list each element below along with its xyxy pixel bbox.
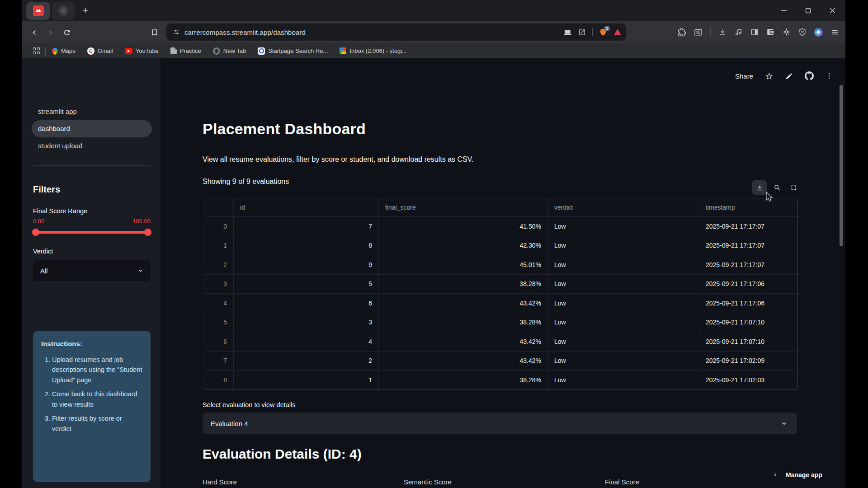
table-cell[interactable]: 1 [233, 371, 378, 389]
table-cell[interactable]: 2 [233, 352, 378, 371]
share-page-icon[interactable] [578, 28, 586, 36]
reload-button[interactable] [60, 25, 74, 40]
music-icon[interactable] [735, 28, 743, 36]
table-cell[interactable]: 0 [204, 217, 233, 236]
table-cell[interactable]: 45.01% [378, 255, 547, 274]
back-button[interactable] [27, 25, 42, 40]
downloads-icon[interactable] [718, 28, 727, 37]
table-cell[interactable]: 43.42% [378, 294, 547, 313]
sidebar-item-streamlit-app[interactable]: streamlit app [32, 103, 152, 120]
table-cell[interactable]: 7 [204, 352, 233, 371]
table-cell[interactable]: 2025-09-21 17:17:06 [699, 294, 797, 313]
bookmark-practice[interactable]: Practice [170, 47, 201, 54]
edit-pencil-icon[interactable] [785, 72, 793, 80]
table-cell[interactable]: 5 [233, 275, 378, 294]
table-cell[interactable]: 5 [204, 313, 233, 332]
ai-sparkle-icon[interactable] [782, 28, 791, 37]
table-cell[interactable]: 1 [204, 236, 233, 255]
table-cell[interactable]: Low [547, 332, 699, 351]
table-row[interactable]: 7243.42%Low2025-09-21 17:02:09 [204, 351, 797, 371]
sidebar-item-student-upload[interactable]: student upload [32, 137, 152, 155]
table-header-cell[interactable]: final_score [378, 198, 547, 216]
table-header-cell[interactable] [204, 198, 233, 216]
fullscreen-icon[interactable] [788, 180, 799, 195]
forward-button[interactable] [43, 25, 58, 40]
table-cell[interactable]: 9 [233, 255, 378, 274]
manage-app-button[interactable]: Manage app [772, 471, 822, 479]
table-cell[interactable]: 38.28% [378, 313, 547, 332]
new-tab-button[interactable]: + [80, 5, 91, 16]
table-header-cell[interactable]: id [233, 198, 378, 216]
close-button[interactable] [823, 4, 841, 17]
bookmark-maps[interactable]: Maps [52, 47, 75, 54]
table-row[interactable]: 8138.28%Low2025-09-21 17:02:03 [204, 370, 797, 389]
table-cell[interactable]: 6 [233, 294, 378, 313]
table-cell[interactable]: Low [547, 313, 699, 332]
rewards-triangle-icon[interactable] [613, 28, 622, 36]
shield-icon[interactable] [798, 28, 807, 36]
tab-streamlit-app[interactable] [26, 2, 50, 20]
table-cell[interactable]: 43.42% [378, 352, 547, 371]
table-cell[interactable]: 2025-09-21 17:17:06 [699, 275, 797, 294]
table-cell[interactable]: Low [547, 294, 699, 313]
table-cell[interactable]: 3 [233, 313, 378, 332]
send-to-device-icon[interactable] [563, 28, 572, 37]
bookmark-newtab[interactable]: New Tab [213, 47, 246, 55]
table-cell[interactable]: Low [547, 255, 699, 274]
table-cell[interactable]: Low [547, 236, 699, 255]
table-row[interactable]: 4643.42%Low2025-09-21 17:17:06 [204, 293, 797, 313]
table-header-cell[interactable]: verdict [547, 198, 699, 216]
table-row[interactable]: 1842.30%Low2025-09-21 17:17:07 [204, 236, 797, 255]
table-header-cell[interactable]: timestamp [699, 198, 797, 216]
table-cell[interactable]: 2025-09-21 17:17:07 [699, 255, 797, 274]
table-row[interactable]: 6443.42%Low2025-09-21 17:07:10 [204, 332, 797, 351]
bookmark-icon[interactable] [147, 25, 162, 40]
bookmark-startpage[interactable]: Startpage Search Re... [258, 47, 328, 55]
star-icon[interactable] [765, 72, 774, 80]
table-cell[interactable]: Low [547, 371, 699, 389]
slider-handle-max[interactable] [144, 229, 151, 236]
slider-handle-min[interactable] [32, 229, 39, 236]
table-cell[interactable]: 41.50% [378, 217, 547, 236]
table-cell[interactable]: 2025-09-21 17:02:09 [699, 352, 797, 371]
table-cell[interactable]: 38.28% [378, 275, 547, 294]
table-cell[interactable]: 3 [204, 275, 233, 294]
table-cell[interactable]: 2 [204, 255, 233, 274]
table-cell[interactable]: 8 [233, 236, 378, 255]
score-range-slider[interactable] [33, 231, 151, 234]
table-cell[interactable]: 2025-09-21 17:17:07 [699, 217, 797, 236]
table-cell[interactable]: 42.30% [378, 236, 547, 255]
download-csv-icon[interactable] [752, 180, 767, 195]
verdict-select[interactable]: All [33, 260, 151, 281]
evaluation-select[interactable]: Evaluation 4 [203, 413, 797, 434]
table-row[interactable]: 5338.28%Low2025-09-21 17:07:10 [204, 313, 797, 332]
table-cell[interactable]: 8 [204, 371, 233, 389]
menu-icon[interactable] [830, 28, 839, 37]
table-cell[interactable]: 2025-09-21 17:07:10 [699, 332, 797, 351]
wallet-icon[interactable] [766, 28, 774, 36]
table-cell[interactable]: 4 [233, 332, 378, 351]
table-cell[interactable]: Low [547, 217, 699, 236]
theme-swirl-icon[interactable] [814, 28, 823, 37]
table-cell[interactable]: 4 [204, 294, 233, 313]
table-cell[interactable]: 6 [204, 332, 233, 351]
github-icon[interactable] [805, 71, 814, 80]
extension-shield-icon[interactable]: 2 [599, 28, 607, 36]
sidebar-item-dashboard[interactable]: dashboard [32, 120, 152, 137]
url-bar[interactable]: carrercompass.streamlit.app/dashboard 2 [166, 23, 626, 41]
tab-search-icon[interactable] [694, 28, 703, 37]
apps-grid-icon[interactable] [33, 47, 40, 54]
sidebar-panel-icon[interactable] [750, 28, 759, 36]
site-settings-icon[interactable] [173, 28, 180, 36]
bookmark-inbox[interactable]: Inbox (2,006) - stugi... [340, 47, 406, 54]
table-cell[interactable]: 2025-09-21 17:07:10 [699, 313, 797, 332]
table-cell[interactable]: 2025-09-21 17:17:07 [699, 236, 797, 255]
maximize-button[interactable] [799, 4, 817, 17]
table-cell[interactable]: Low [547, 352, 699, 371]
table-cell[interactable]: 7 [233, 217, 378, 236]
bookmark-youtube[interactable]: YouTube [125, 47, 159, 54]
extensions-icon[interactable] [678, 28, 686, 37]
table-cell[interactable]: Low [547, 275, 699, 294]
bookmark-gmail[interactable]: GGmail [87, 47, 113, 55]
kebab-menu-icon[interactable] [826, 72, 833, 80]
